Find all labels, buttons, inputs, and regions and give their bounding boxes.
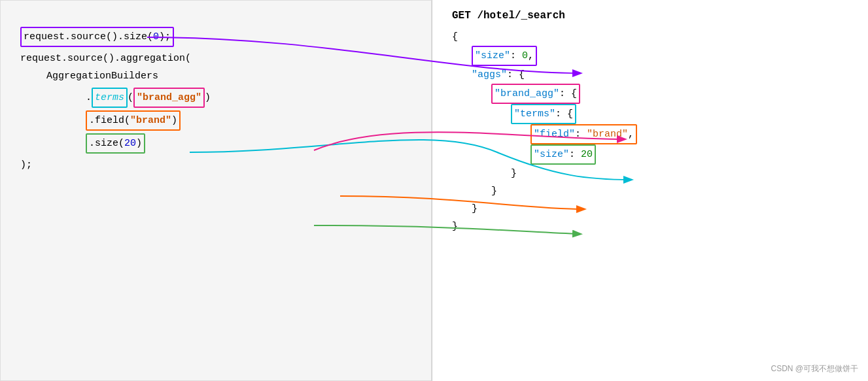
watermark: CSDN @可我不想做饼干: [771, 363, 858, 374]
code-line-5: .field("brand"): [20, 110, 411, 131]
json-line-9: }: [452, 200, 849, 218]
left-panel: request.source().size(0); request.source…: [0, 0, 432, 381]
json-line-10: }: [452, 218, 849, 235]
endpoint: GET /hotel/_search: [452, 10, 849, 22]
code-line-7: );: [20, 156, 411, 174]
terms-box-right: "terms": {: [511, 104, 576, 124]
json-line-3: "brand_agg": {: [452, 84, 849, 104]
json-line-8: }: [452, 182, 849, 200]
json-line-5: "field": "brand",: [452, 124, 849, 144]
code-line-2: request.source().aggregation(: [20, 50, 411, 67]
size20-box-right: "size": 20: [530, 144, 596, 165]
code-line-4: .terms("brand_agg"): [20, 88, 411, 108]
brand-agg-box-left: "brand_agg": [133, 88, 205, 108]
code-line-3: AggregationBuilders: [20, 67, 411, 85]
code-line-1: request.source().size(0);: [20, 27, 411, 47]
field-box-left: .field("brand"): [86, 110, 181, 131]
right-panel: GET /hotel/_search { "size": 0, "aggs": …: [432, 0, 868, 381]
size0-box-right: "size": 0,: [472, 46, 537, 66]
terms-box-left: terms: [92, 88, 128, 108]
code-line-6: .size(20): [20, 133, 411, 154]
json-line-6: "size": 20: [452, 144, 849, 165]
json-line-0: {: [452, 28, 849, 46]
purple-box-left: request.source().size(0);: [20, 27, 174, 47]
brand-agg-box-right: "brand_agg": {: [491, 84, 580, 104]
json-line-4: "terms": {: [452, 104, 849, 124]
json-line-1: "size": 0,: [452, 46, 849, 66]
field-box-right: "field": "brand",: [530, 124, 637, 144]
json-line-2: "aggs": {: [452, 66, 849, 84]
json-line-7: }: [452, 165, 849, 182]
main-container: request.source().size(0); request.source…: [0, 0, 868, 381]
size20-box-left: .size(20): [86, 133, 145, 154]
